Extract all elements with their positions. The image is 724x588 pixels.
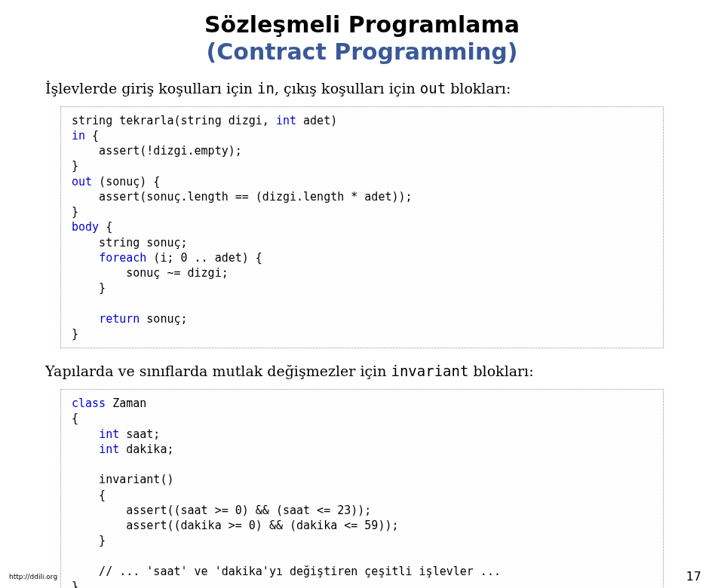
c2-l4c: dakika; xyxy=(119,443,173,456)
c2-l13: } xyxy=(72,580,78,588)
c2-l1b: Zaman xyxy=(106,397,146,410)
inline-code-invariant: invariant xyxy=(391,363,468,379)
c2-l3c: saat; xyxy=(119,427,160,441)
p2-t2: blokları: xyxy=(468,363,533,379)
p2-t1: Yapılarda ve sınıflarda mutlak değişmezl… xyxy=(45,363,391,379)
c1-l5b: (sonuç) { xyxy=(92,175,160,188)
c1-l14a xyxy=(72,312,99,326)
c2-l6: invariant() xyxy=(72,473,173,486)
p1-t2: , çıkış koşulları için xyxy=(275,80,420,96)
page-title-main: Sözleşmeli Programlama xyxy=(45,11,679,38)
p1-t3: blokları: xyxy=(446,80,511,96)
page-title-sub: (Contract Programming) xyxy=(45,38,679,66)
c1-l6: assert(sonuç.length == (dizgi.length * a… xyxy=(72,190,413,204)
inline-code-in: in xyxy=(257,80,275,96)
c1-l14c: sonuç; xyxy=(140,312,187,326)
c2-l4b: int xyxy=(99,443,119,456)
c2-l3a xyxy=(72,427,99,441)
c1-l8b: { xyxy=(99,220,112,234)
c2-l3b: int xyxy=(99,427,119,441)
footer-url: http://ddili.org xyxy=(9,573,57,580)
p1-t1: İşlevlerde giriş koşulları için xyxy=(45,80,257,96)
c1-l10b: foreach xyxy=(99,251,146,265)
c1-l10a xyxy=(72,251,99,265)
c1-l11: sonuç ~= dizgi; xyxy=(72,266,229,280)
c1-l12: } xyxy=(72,281,106,295)
c2-l10: } xyxy=(72,534,106,547)
c2-l2: { xyxy=(72,412,78,425)
c2-l7: { xyxy=(72,488,106,502)
inline-code-out: out xyxy=(420,80,446,96)
c1-l2a: in xyxy=(72,129,85,142)
c1-l14b: return xyxy=(99,312,140,326)
c1-l7: } xyxy=(72,205,78,219)
c2-l8: assert((saat >= 0) && (saat <= 23)); xyxy=(72,504,371,517)
c1-l15: } xyxy=(72,327,78,341)
c1-l8a: body xyxy=(72,220,99,234)
paragraph-2: Yapılarda ve sınıflarda mutlak değişmezl… xyxy=(45,362,679,381)
c1-l1c: adet) xyxy=(296,114,337,127)
c1-l3: assert(!dizgi.empty); xyxy=(72,144,242,158)
paragraph-1: İşlevlerde giriş koşulları için in, çıkı… xyxy=(45,79,679,99)
c2-l1a: class xyxy=(72,397,106,410)
code-block-2: class Zaman { int saat; int dakika; inva… xyxy=(60,389,664,588)
c1-l10c: (i; 0 .. adet) { xyxy=(146,251,262,265)
c1-l9: string sonuç; xyxy=(72,236,188,250)
c1-l1b: int xyxy=(276,114,296,127)
c1-l2b: { xyxy=(85,129,99,142)
c2-l4a xyxy=(72,443,99,456)
c2-l12: // ... 'saat' ve 'dakika'yı değiştiren ç… xyxy=(72,565,501,578)
c2-l9: assert((dakika >= 0) && (dakika <= 59)); xyxy=(72,519,398,532)
code-block-1: string tekrarla(string dizgi, int adet) … xyxy=(60,106,664,349)
c1-l1a: string tekrarla(string dizgi, xyxy=(72,114,276,127)
footer-page-number: 17 xyxy=(686,569,701,583)
c1-l5a: out xyxy=(72,175,92,188)
c1-l4: } xyxy=(72,159,78,173)
title-block: Sözleşmeli Programlama (Contract Program… xyxy=(45,11,679,66)
